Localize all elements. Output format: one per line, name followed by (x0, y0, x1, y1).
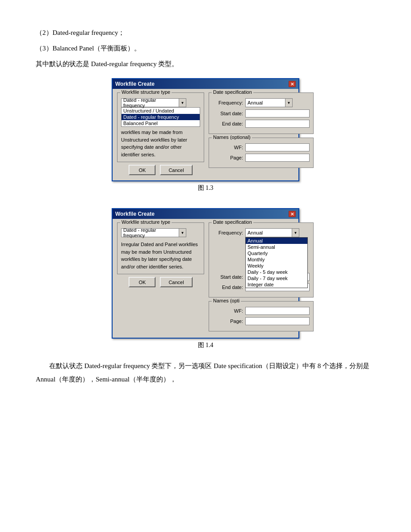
dialog1-names-group: Names (optional) WF: Page: (209, 138, 314, 168)
dialog2-startdate-label: Start date: (213, 274, 243, 280)
dialog1-freq-select-wrapper[interactable]: Annual ▼ (245, 98, 293, 107)
dialog1-enddate-label: End date: (213, 121, 243, 126)
dialog2-freq-dropdown: Annual Semi-annual Quarterly Monthly Wee… (245, 237, 308, 288)
dialog1-row: Workfile structure type Dated - regular … (117, 92, 294, 177)
dialog1-workfile-group-label: Workfile structure type (120, 89, 172, 95)
dialog2-page-label: Page: (213, 318, 243, 324)
dialog1-item-dated[interactable]: Dated - regular frequency (122, 114, 200, 120)
dialog2-date-content: Frequency: Annual ▼ Annual Se (213, 228, 310, 291)
dialog1-caption: 图 1.3 (198, 184, 214, 192)
dialog1-freq-select[interactable]: Annual (245, 98, 285, 107)
dialog1-wf-row: WF: (213, 143, 310, 151)
dialog1-right-panel: Date specification Frequency: Annual ▼ (209, 92, 314, 177)
paragraph-line1: （2）Dated-regular frequency； (36, 27, 375, 39)
dialog1-structure-select[interactable]: Dated - regular frequency (121, 98, 179, 107)
dialog1-structure-select-wrapper[interactable]: Dated - regular frequency ▼ (121, 98, 200, 107)
dialog2-freq-item-annual[interactable]: Annual (246, 238, 307, 244)
dialog1-info-text: workfiles may be made from Unstructured … (121, 129, 200, 158)
dialog2-workfile-content: Dated - regular frequency ▼ Irregular Da… (121, 228, 200, 270)
dialog1-close-button[interactable]: ✕ (289, 81, 296, 87)
dialog2: Workfile Create ✕ Workfile structure typ… (112, 208, 299, 339)
dialog2-ok-button[interactable]: OK (129, 277, 155, 287)
dialog2-freq-item-daily7[interactable]: Daily - 7 day week (246, 275, 307, 281)
dialog2-wf-label: WF: (213, 308, 243, 314)
dialog1-workfile-group: Workfile structure type Dated - regular … (117, 92, 204, 162)
dialog1-left-panel: Workfile structure type Dated - regular … (117, 92, 204, 177)
dialog2-freq-item-quarterly[interactable]: Quarterly (246, 250, 307, 256)
dialog2-titlebar: Workfile Create ✕ (113, 209, 298, 219)
dialog2-structure-select[interactable]: Dated - regular frequency (121, 228, 179, 237)
dialog1-item-balanced[interactable]: Balanced Panel (122, 120, 200, 126)
dialog1-title: Workfile Create (115, 81, 155, 87)
dialog2-info-text: Irregular Dated and Panel workfiles may … (121, 241, 200, 270)
dialog2-freq-item-semiannual[interactable]: Semi-annual (246, 244, 307, 250)
dialog2-title: Workfile Create (115, 211, 155, 217)
dialog2-freq-item-monthly[interactable]: Monthly (246, 256, 307, 263)
dialog2-freq-item-weekly[interactable]: Weekly (246, 263, 307, 269)
dialog1-enddate-row: End date: (213, 120, 310, 128)
dialog2-container: Workfile Create ✕ Workfile structure typ… (36, 208, 375, 357)
dialog2-frequency-row: Frequency: Annual ▼ Annual Se (213, 228, 310, 237)
dialog1-page-label: Page: (213, 155, 243, 160)
dialog2-right-panel: Date specification Frequency: Annual ▼ (209, 222, 314, 334)
dialog1-freq-arrow[interactable]: ▼ (285, 98, 293, 107)
dialog2-caption: 图 1.4 (198, 341, 214, 349)
dialog1-freq-value: Annual (247, 100, 263, 105)
dialog1-dropdown-arrow[interactable]: ▼ (179, 98, 186, 107)
dialog1-startdate-label: Start date: (213, 111, 243, 116)
dialog2-names-content: WF: Page: (213, 307, 310, 325)
dialog2-wf-row: WF: (213, 307, 310, 315)
dialog1-date-group-label: Date specification (212, 89, 253, 95)
dialog2-page-row: Page: (213, 317, 310, 325)
dialog1-wf-input[interactable] (245, 143, 310, 151)
dialog1-enddate-input[interactable] (245, 120, 310, 128)
dialog1-page-input[interactable] (245, 154, 310, 162)
paragraph-line3: 其中默认的状态是 Dated-regular frequency 类型。 (36, 58, 375, 70)
dialog1-names-content: WF: Page: (213, 143, 310, 162)
dialog2-structure-select-wrapper[interactable]: Dated - regular frequency ▼ (121, 228, 200, 237)
dialog2-wf-input[interactable] (245, 307, 310, 315)
dialog2-frequency-label: Frequency: (213, 230, 243, 235)
dialog1-date-content: Frequency: Annual ▼ Start date: (213, 98, 310, 128)
dialog2-freq-item-integer[interactable]: Integer date (246, 281, 307, 288)
dialog2-page-input[interactable] (245, 317, 310, 325)
bottom-text-content: 在默认状态 Dated-regular frequency 类型下，另一选项区 … (36, 362, 369, 383)
dialog1-ok-button[interactable]: OK (129, 165, 155, 175)
dialog1: Workfile Create ✕ Workfile structure typ… (112, 78, 299, 181)
dialog2-freq-arrow[interactable]: ▼ (292, 228, 299, 237)
dialog1-container: Workfile Create ✕ Workfile structure typ… (36, 78, 375, 200)
paragraph-line2: （3）Balanced Panel（平衡面板）。 (36, 42, 375, 54)
dialog2-row: Workfile structure type Dated - regular … (117, 222, 294, 334)
dialog1-frequency-label: Frequency: (213, 100, 243, 105)
dialog2-freq-select[interactable]: Annual (245, 228, 292, 237)
dialog1-item-unstructured[interactable]: Unstructured / Undated (122, 108, 200, 114)
dialog2-workfile-group: Workfile structure type Dated - regular … (117, 222, 204, 274)
dialog2-freq-item-daily5[interactable]: Daily - 5 day week (246, 269, 307, 275)
dialog2-freq-value: Annual (247, 230, 263, 235)
dialog2-close-button[interactable]: ✕ (289, 211, 296, 217)
dialog2-cancel-button[interactable]: Cancel (160, 277, 192, 287)
dialog2-body: Workfile structure type Dated - regular … (113, 219, 298, 338)
dialog1-dropdown-value: Dated - regular frequency (123, 97, 177, 108)
dialog1-body: Workfile structure type Dated - regular … (113, 89, 298, 180)
dialog1-dropdown-list: Unstructured / Undated Dated - regular f… (121, 107, 200, 127)
dialog2-dropdown-arrow[interactable]: ▼ (179, 228, 186, 237)
dialog1-page-row: Page: (213, 154, 310, 162)
dialog1-cancel-button[interactable]: Cancel (160, 165, 192, 175)
dialog2-date-group-label: Date specification (212, 219, 253, 225)
dialog2-left-panel: Workfile structure type Dated - regular … (117, 222, 204, 334)
dialog1-buttons: OK Cancel (117, 165, 204, 175)
dialog1-titlebar: Workfile Create ✕ (113, 79, 298, 89)
dialog1-startdate-input[interactable] (245, 109, 310, 117)
dialog1-names-group-label: Names (optional) (212, 134, 252, 140)
bottom-text: 在默认状态 Dated-regular frequency 类型下，另一选项区 … (36, 359, 375, 386)
dialog2-buttons: OK Cancel (117, 277, 204, 287)
dialog2-date-group: Date specification Frequency: Annual ▼ (209, 222, 314, 297)
dialog2-dropdown-value: Dated - regular frequency (123, 227, 177, 238)
dialog2-names-group: Names (opti WF: Page: (209, 301, 314, 331)
dialog1-wf-label: WF: (213, 145, 243, 150)
dialog1-workfile-content: Dated - regular frequency ▼ Unstructured… (121, 98, 200, 158)
dialog2-freq-select-wrapper[interactable]: Annual ▼ Annual Semi-annual Quarterly Mo… (245, 228, 299, 237)
line1-text: （2）Dated-regular frequency； (36, 29, 125, 36)
dialog1-date-group: Date specification Frequency: Annual ▼ (209, 92, 314, 134)
